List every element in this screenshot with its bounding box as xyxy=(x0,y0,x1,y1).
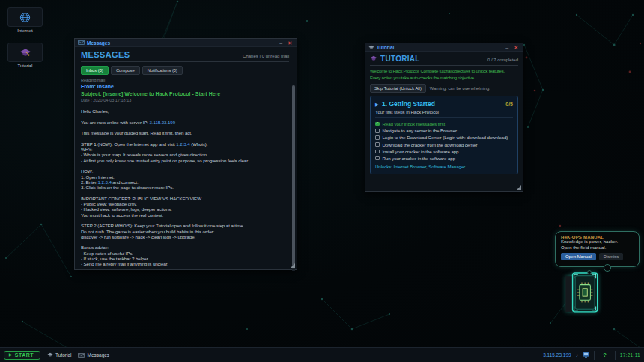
mail-body-line xyxy=(81,218,289,223)
mail-body-line: HOW: xyxy=(81,168,289,174)
mail-icon xyxy=(78,353,85,358)
taskbar-separator xyxy=(615,351,616,360)
resize-handle[interactable] xyxy=(517,185,521,190)
mail-body-line xyxy=(81,239,289,245)
manual-popup-line: Knowledge is power, hacker. xyxy=(561,239,634,245)
objective-label: Run your cracker in the software app xyxy=(383,155,456,162)
dismiss-button[interactable]: Dismiss xyxy=(599,253,623,260)
section-subtitle: Your first steps in Hack Protocol xyxy=(375,110,513,118)
minimize-icon[interactable]: – xyxy=(504,45,510,50)
reading-mail-label: Reading mail xyxy=(81,78,289,82)
taskbar-item-messages[interactable]: Messages xyxy=(78,352,109,358)
start-button[interactable]: ▶ START xyxy=(4,351,40,360)
desktop: Internet Tutorial Messages – ✕ xyxy=(0,0,644,362)
desktop-icon-tutorial[interactable] xyxy=(7,43,43,62)
mail-body-line: discover -> run software -> hack -> clea… xyxy=(81,234,289,239)
objective-item[interactable]: ✓ Download the cracker from the download… xyxy=(375,141,513,148)
tutorial-window-title: Tutorial xyxy=(377,45,394,50)
welcome-line: Welcome to Hack Protocol! Complete tutor… xyxy=(370,68,518,75)
skip-tutorial-button[interactable]: Skip Tutorial (Unlock All) xyxy=(370,84,426,93)
tutorial-body: TUTORIAL 0 / 7 completed Welcome to Hack… xyxy=(365,52,523,191)
mail-date: Date : 2020-04-03 17:18:13 xyxy=(81,98,289,102)
checkbox-icon[interactable]: ✓ xyxy=(375,150,380,154)
objective-item[interactable]: ✓ Login to the Download Center (Login wi… xyxy=(375,134,513,141)
mail-body-line: - Send me a reply mail if anything is un… xyxy=(81,261,289,266)
graduation-cap-icon xyxy=(47,352,53,358)
messages-body: MESSAGES Charles | 0 unread mail Inbox (… xyxy=(75,47,297,271)
welcome-line: Every action you take auto-checks the ma… xyxy=(370,75,518,82)
mail-body-line: 2. Enter 1.2.3.4 and connect. xyxy=(81,180,289,185)
mail-subject: Subject: [Insane] Welcome to Hack Protoc… xyxy=(81,91,289,96)
skip-warning-label: Warning: can be overwhelming. xyxy=(430,86,490,90)
mail-link[interactable]: 1.2.3.4 xyxy=(176,141,189,147)
checkbox-icon[interactable]: ✓ xyxy=(375,122,380,126)
objective-item[interactable]: ✓ Navigate to any server in the Browser xyxy=(375,127,513,134)
taskbar: ▶ START Tutorial Messages 3.115.2 xyxy=(0,347,644,362)
messages-titlebar[interactable]: Messages – ✕ xyxy=(75,39,297,47)
tab-compose[interactable]: Compose xyxy=(111,66,140,75)
open-manual-button[interactable]: Open Manual xyxy=(561,253,596,260)
tab-notifications[interactable]: Notifications (0) xyxy=(142,66,183,75)
tutorial-header: TUTORIAL xyxy=(380,55,420,63)
taskbar-separator xyxy=(594,351,595,360)
mail-body-line: 3. Click links on the page to discover m… xyxy=(81,185,289,190)
tutorial-titlebar[interactable]: Tutorial – ✕ xyxy=(365,43,523,52)
mail-body-line: You are now online with server IP: 3.115… xyxy=(81,120,289,125)
help-button[interactable]: ? xyxy=(599,352,610,358)
manual-popup-line: Open the field manual. xyxy=(561,245,634,251)
mail-body-line xyxy=(81,135,289,141)
start-label: START xyxy=(15,352,34,358)
objective-label: Install your cracker in the software app xyxy=(383,148,459,155)
display-icon[interactable] xyxy=(583,352,589,358)
objective-item[interactable]: ✓ Install your cracker in the software a… xyxy=(375,148,513,155)
mail-body-line: - Keep notes of useful IPs. xyxy=(81,251,289,256)
scrollbar-thumb[interactable] xyxy=(292,85,295,266)
objective-item[interactable]: ✓ Read your inbox messages first xyxy=(375,120,513,127)
objectives-list: ✓ Read your inbox messages first ✓ Navig… xyxy=(375,120,513,162)
audio-icon[interactable]: ♪ xyxy=(576,352,579,358)
checkbox-icon[interactable]: ✓ xyxy=(375,135,380,140)
unlocks-label: Unlocks: Internet Browser, Software Mana… xyxy=(375,164,513,169)
graduation-cap-icon xyxy=(368,45,374,50)
mail-body-line: IMPORTANT CONCEPT: PUBLIC VIEW VS HACKED… xyxy=(81,196,289,201)
minimize-icon[interactable]: – xyxy=(278,40,284,46)
mail-body-line: You must hack to access the real content… xyxy=(81,212,289,218)
mail-body-line xyxy=(81,190,289,195)
taskbar-ip[interactable]: 3.115.23.199 xyxy=(543,352,571,358)
mail-body-line: - At first you only know one trusted ent… xyxy=(81,158,289,163)
objective-item[interactable]: ✓ Run your cracker in the software app xyxy=(375,155,513,162)
mail-body-line: Bonus advice: xyxy=(81,245,289,250)
mail-body-line: - If stuck, use the taskbar ? helper. xyxy=(81,256,289,261)
account-status: Charles | 0 unread mail xyxy=(243,54,289,58)
desktop-icon-tutorial-label: Tutorial xyxy=(0,64,50,68)
section-progress: 0/5 xyxy=(505,102,513,107)
checkbox-icon[interactable]: ✓ xyxy=(375,156,380,161)
mail-body-line: - Hacked view: software, logs, deeper ac… xyxy=(81,206,289,212)
mail-body-line: 1. Open Internet. xyxy=(81,174,289,180)
desktop-icon-internet[interactable] xyxy=(7,7,43,27)
getting-started-card: ▶ 1. Getting Started 0/5 Your first step… xyxy=(370,96,518,174)
objective-label: Read your inbox messages first xyxy=(383,120,446,127)
mail-body-line: Hello Charles, xyxy=(81,108,289,114)
close-icon[interactable]: ✕ xyxy=(286,40,294,46)
field-manual-book-icon[interactable] xyxy=(563,272,601,315)
manual-popup: H4K-OPS MANUAL Knowledge is power, hacke… xyxy=(555,231,640,267)
close-icon[interactable]: ✕ xyxy=(512,45,520,50)
taskbar-item-tutorial[interactable]: Tutorial xyxy=(47,352,71,358)
mail-body-line: WHY: xyxy=(81,147,289,152)
speech-bubble-dot xyxy=(587,270,592,274)
mail-link[interactable]: 1.2.3.4 xyxy=(98,180,112,185)
mail-from: From: Insane xyxy=(81,84,289,89)
scrollbar-track[interactable] xyxy=(292,85,295,271)
taskbar-clock[interactable]: 17:21:11 xyxy=(620,352,640,358)
tab-inbox[interactable]: Inbox (0) xyxy=(81,66,109,75)
checkbox-icon[interactable]: ✓ xyxy=(375,129,380,133)
mail-body-line xyxy=(81,114,289,119)
mail-link[interactable]: 3.115.23.199 xyxy=(150,120,175,125)
resize-handle[interactable] xyxy=(291,263,295,268)
checkbox-icon[interactable]: ✓ xyxy=(375,142,380,147)
messages-window-title: Messages xyxy=(87,40,110,46)
mail-body-line: STEP 1 (NOW): Open the Internet app and … xyxy=(81,141,289,147)
globe-icon xyxy=(19,12,31,23)
mail-icon xyxy=(78,40,85,45)
